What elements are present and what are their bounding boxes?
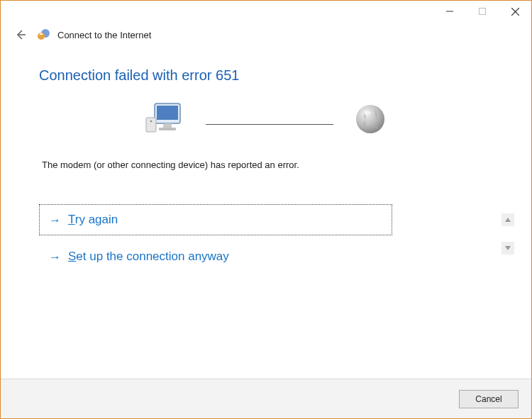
network-wizard-icon: [36, 28, 50, 42]
svg-point-13: [356, 105, 384, 133]
maximize-icon: [479, 8, 486, 15]
minimize-button[interactable]: [433, 1, 466, 22]
maximize-button[interactable]: [466, 1, 499, 22]
page-title: Connection failed with error 651: [39, 67, 493, 84]
back-button[interactable]: [12, 26, 29, 43]
cancel-button[interactable]: Cancel: [459, 390, 519, 408]
computer-monitor-icon: [145, 101, 186, 140]
footer: Cancel: [1, 379, 531, 418]
svg-rect-11: [146, 118, 156, 132]
option-arrow-icon: →: [49, 251, 61, 263]
back-arrow-icon: [14, 28, 27, 41]
svg-rect-1: [480, 9, 486, 15]
titlebar: [1, 1, 531, 23]
close-button[interactable]: [499, 1, 531, 22]
svg-rect-9: [163, 123, 172, 128]
scroll-down-icon: [505, 246, 511, 250]
header-row: Connect to the Internet: [1, 23, 531, 46]
error-message: The modem (or other connecting device) h…: [39, 160, 493, 170]
try-again-option[interactable]: → Try again: [39, 204, 392, 235]
wizard-title: Connect to the Internet: [57, 30, 151, 40]
minimize-icon: [446, 8, 453, 15]
option-arrow-icon: →: [49, 214, 61, 226]
setup-anyway-label: Set up the connection anyway: [68, 250, 229, 264]
connection-graphic: [39, 101, 493, 140]
titlebar-controls: [433, 1, 531, 22]
scroll-buttons: [501, 213, 514, 255]
scroll-down-button[interactable]: [501, 242, 514, 255]
scroll-up-icon: [505, 218, 511, 222]
connection-line: [206, 124, 333, 125]
close-icon: [511, 8, 519, 16]
globe-icon: [353, 102, 387, 138]
setup-anyway-option[interactable]: → Set up the connection anyway: [39, 241, 392, 272]
svg-point-12: [150, 121, 153, 123]
try-again-label: Try again: [68, 213, 118, 227]
scroll-up-button[interactable]: [501, 213, 514, 226]
svg-rect-8: [157, 106, 178, 120]
wizard-window: Connect to the Internet Connection faile…: [0, 0, 532, 419]
svg-rect-10: [159, 128, 176, 130]
svg-point-14: [362, 111, 371, 115]
content-area: Connection failed with error 651: [1, 46, 531, 379]
